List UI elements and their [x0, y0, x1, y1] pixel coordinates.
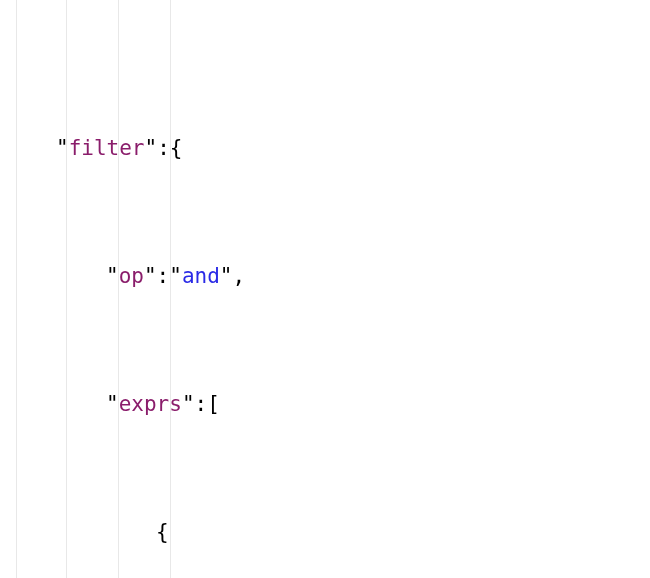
json-key: op: [119, 264, 144, 288]
code-editor[interactable]: "filter":{ "op":"and", "exprs":[ { "op":…: [0, 0, 650, 578]
code-line: "exprs":[: [56, 388, 650, 420]
code-line: "op":"and",: [56, 260, 650, 292]
indent-guides: [0, 0, 51, 578]
code-line: {: [56, 516, 650, 548]
json-string: and: [182, 264, 220, 288]
json-key: exprs: [119, 392, 182, 416]
json-key: filter: [69, 136, 145, 160]
code-line: "filter":{: [56, 132, 650, 164]
